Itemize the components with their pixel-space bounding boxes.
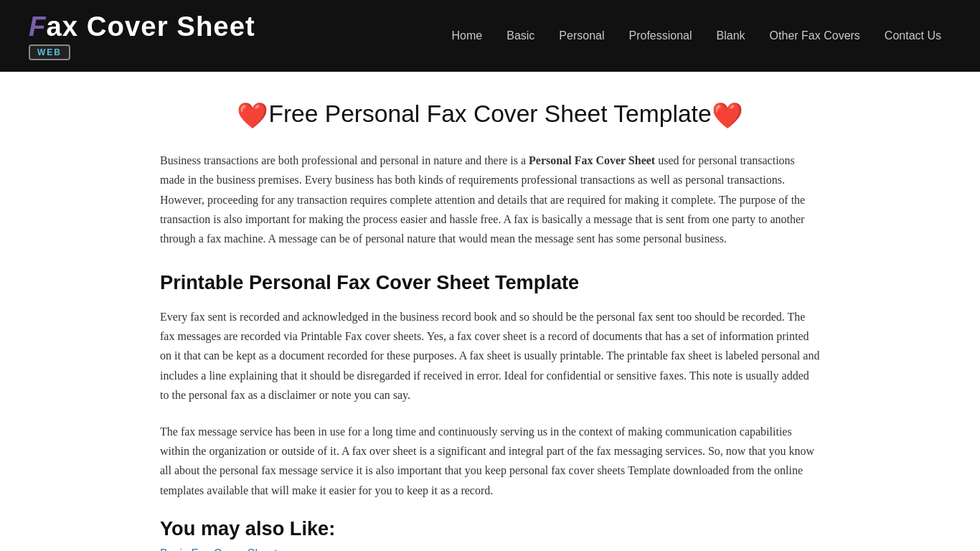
page-title: ❤️Free Personal Fax Cover Sheet Template… (160, 100, 820, 131)
intro-paragraph: Business transactions are both professio… (160, 151, 820, 248)
nav-home[interactable]: Home (442, 24, 493, 48)
nav-blank[interactable]: Blank (707, 24, 755, 48)
nav-professional[interactable]: Professional (619, 24, 702, 48)
nav-personal[interactable]: Personal (549, 24, 614, 48)
nav-contact-us[interactable]: Contact Us (875, 24, 951, 48)
section1-paragraph1: Every fax sent is recorded and acknowled… (160, 307, 820, 405)
heart-left-icon: ❤️ (237, 101, 268, 129)
nav-other-fax-covers[interactable]: Other Fax Covers (760, 24, 870, 48)
bold-link-text: Personal Fax Cover Sheet (529, 154, 655, 166)
also-like-heading: You may also Like: (160, 517, 820, 540)
logo-f: F (29, 11, 46, 42)
main-content: ❤️Free Personal Fax Cover Sheet Template… (146, 72, 834, 551)
section1-heading: Printable Personal Fax Cover Sheet Templ… (160, 271, 820, 294)
logo-text: Fax Cover Sheet (29, 11, 255, 42)
logo-web-badge: WEB (29, 44, 70, 60)
logo[interactable]: Fax Cover Sheet WEB (29, 11, 255, 60)
site-header: Fax Cover Sheet WEB Home Basic Personal … (0, 0, 980, 72)
nav-basic[interactable]: Basic (496, 24, 545, 48)
heart-right-icon: ❤️ (712, 101, 743, 129)
section1-paragraph2: The fax message service has been in use … (160, 422, 820, 500)
main-nav: Home Basic Personal Professional Blank O… (442, 24, 951, 48)
also-like-link[interactable]: Basic Fax Cover Sheet (160, 547, 278, 551)
